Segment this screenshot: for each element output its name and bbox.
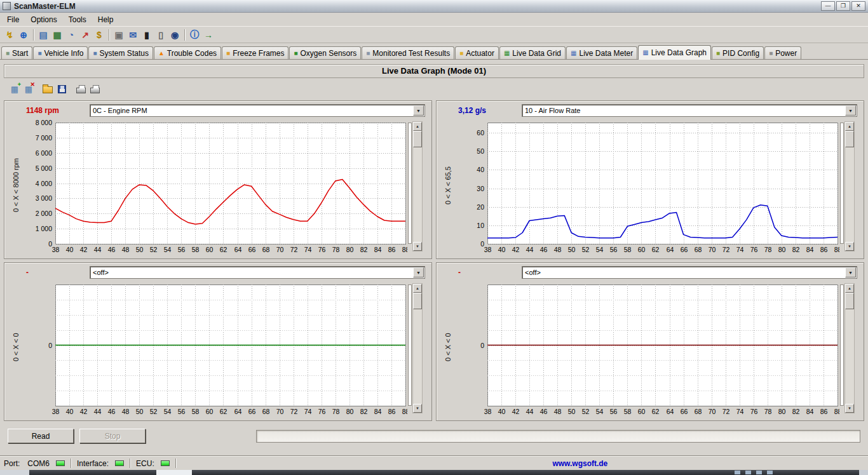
svg-text:50: 50 xyxy=(136,246,144,253)
scroll-up-icon[interactable]: ▲ xyxy=(845,122,854,131)
svg-text:48: 48 xyxy=(122,246,130,253)
tab-live-data-graph[interactable]: ▦Live Data Graph xyxy=(638,45,711,60)
tray-icon[interactable] xyxy=(767,471,773,474)
print-preview-icon[interactable] xyxy=(88,82,102,96)
scroll-track[interactable] xyxy=(413,131,422,242)
scroll-up-icon[interactable]: ▲ xyxy=(413,284,422,293)
tab-oxygen-sensors[interactable]: ■Oxygen Sensors xyxy=(289,46,361,59)
save-icon[interactable] xyxy=(55,82,69,96)
screenshot-icon[interactable]: ▮ xyxy=(140,28,154,42)
svg-text:82: 82 xyxy=(792,408,800,415)
donate-icon[interactable]: $ xyxy=(92,28,106,42)
tab-pid-config[interactable]: ■PID Config xyxy=(712,46,764,59)
data-meter-icon[interactable]: ◔ xyxy=(64,28,78,42)
tab-label: System Status xyxy=(100,49,149,58)
read-button[interactable]: Read xyxy=(8,429,74,443)
svg-text:88: 88 xyxy=(402,246,407,253)
scroll-thumb[interactable] xyxy=(845,293,854,309)
tab-actuator[interactable]: ■Actuator xyxy=(455,46,499,59)
svg-text:78: 78 xyxy=(764,408,772,415)
add-graph-icon[interactable]: ▦+ xyxy=(8,82,22,96)
tab-trouble-codes[interactable]: ▲Trouble Codes xyxy=(154,46,221,59)
svg-text:38: 38 xyxy=(52,408,60,415)
scroll-up-icon[interactable]: ▲ xyxy=(413,122,422,131)
tray-icon[interactable] xyxy=(756,471,762,474)
system-tray-fragment[interactable] xyxy=(735,471,773,474)
scroll-track[interactable] xyxy=(845,293,854,404)
scroll-down-icon[interactable]: ▼ xyxy=(413,242,422,251)
pid-selector[interactable]: <off> ▼ xyxy=(522,266,857,279)
show-desktop-fragment[interactable] xyxy=(859,470,868,475)
remove-graph-icon[interactable]: ▦✕ xyxy=(22,82,36,96)
report-icon[interactable]: ▤ xyxy=(36,28,50,42)
minimize-button[interactable]: — xyxy=(821,1,835,11)
taskbar-button-fragment[interactable] xyxy=(156,470,192,475)
svg-text:50: 50 xyxy=(136,408,144,415)
scroll-down-icon[interactable]: ▼ xyxy=(413,404,422,413)
scroll-down-icon[interactable]: ▼ xyxy=(845,404,854,413)
close-button[interactable]: ✕ xyxy=(851,1,865,11)
menu-file[interactable]: File xyxy=(1,13,25,26)
scroll-track[interactable] xyxy=(413,293,422,404)
tab-start[interactable]: ■Start xyxy=(1,46,32,59)
chevron-down-icon[interactable]: ▼ xyxy=(413,105,424,116)
tab-freeze-frames[interactable]: ■Freeze Frames xyxy=(222,46,288,59)
menu-options[interactable]: Options xyxy=(25,13,62,26)
data-grid-icon[interactable]: ▦ xyxy=(50,28,64,42)
feedback-icon[interactable]: ✉ xyxy=(126,28,140,42)
tab-live-data-meter[interactable]: ▦Live Data Meter xyxy=(566,46,637,59)
chevron-down-icon[interactable]: ▼ xyxy=(845,267,856,278)
tray-icon[interactable] xyxy=(735,471,740,474)
tab-vehicle-info[interactable]: ■Vehicle Info xyxy=(33,46,88,59)
taskbar-button-fragment[interactable] xyxy=(0,470,29,475)
chart-scrollbar[interactable]: ▲ ▼ xyxy=(844,283,855,413)
website-icon[interactable]: ◉ xyxy=(168,28,182,42)
scroll-thumb[interactable] xyxy=(845,131,854,147)
svg-text:3 000: 3 000 xyxy=(36,194,52,202)
svg-text:2 000: 2 000 xyxy=(36,210,52,217)
svg-text:68: 68 xyxy=(695,246,702,253)
statusbar-separator xyxy=(130,458,130,468)
chart-scrollbar[interactable]: ▲ ▼ xyxy=(844,121,855,251)
open-icon[interactable] xyxy=(41,82,55,96)
exit-icon[interactable]: → xyxy=(201,28,215,42)
web-update-icon[interactable]: ⊕ xyxy=(17,28,31,42)
svg-text:78: 78 xyxy=(332,408,340,415)
pid-selector[interactable]: 0C - Engine RPM ▼ xyxy=(90,104,425,117)
menu-help[interactable]: Help xyxy=(92,13,119,26)
connect-icon[interactable]: ↯ xyxy=(3,28,17,42)
svg-text:70: 70 xyxy=(276,408,284,415)
data-graph-icon[interactable]: ↗ xyxy=(78,28,92,42)
tray-icon[interactable] xyxy=(745,471,751,474)
tab-power[interactable]: ■Power xyxy=(764,46,801,59)
stop-button[interactable]: Stop xyxy=(79,429,146,443)
scroll-track[interactable] xyxy=(845,131,854,242)
about-icon[interactable]: ⓘ xyxy=(187,28,201,42)
toolbar-separator xyxy=(184,29,185,41)
tab-monitored-test-results[interactable]: ■Monitored Test Results xyxy=(362,46,454,59)
svg-text:44: 44 xyxy=(94,246,102,253)
chart-scrollbar[interactable]: ▲ ▼ xyxy=(412,121,423,251)
menu-tools[interactable]: Tools xyxy=(63,13,92,26)
pid-selector[interactable]: 10 - Air Flow Rate ▼ xyxy=(522,104,857,117)
chevron-down-icon[interactable]: ▼ xyxy=(413,267,424,278)
wgsoft-link[interactable]: www.wgsoft.de xyxy=(552,459,607,468)
print-icon[interactable] xyxy=(74,82,88,96)
tab-live-data-grid[interactable]: ▦Live Data Grid xyxy=(499,46,566,59)
svg-text:42: 42 xyxy=(512,408,520,415)
chevron-down-icon[interactable]: ▼ xyxy=(845,105,856,116)
pid-selector[interactable]: <off> ▼ xyxy=(90,266,425,279)
scroll-up-icon[interactable]: ▲ xyxy=(845,284,854,293)
window-controls: —❐✕ xyxy=(820,1,865,11)
clipboard-icon[interactable]: ▣ xyxy=(112,28,126,42)
chart-scrollbar[interactable]: ▲ ▼ xyxy=(412,283,423,413)
device-icon[interactable]: ▯ xyxy=(154,28,168,42)
taskbar-fragment[interactable] xyxy=(0,470,868,475)
scroll-down-icon[interactable]: ▼ xyxy=(845,242,854,251)
maximize-button[interactable]: ❐ xyxy=(836,1,850,11)
scroll-thumb[interactable] xyxy=(413,293,422,309)
tab-system-status[interactable]: ■System Status xyxy=(88,46,153,59)
svg-text:88: 88 xyxy=(402,408,407,415)
svg-text:60: 60 xyxy=(477,129,484,137)
scroll-thumb[interactable] xyxy=(413,131,422,147)
